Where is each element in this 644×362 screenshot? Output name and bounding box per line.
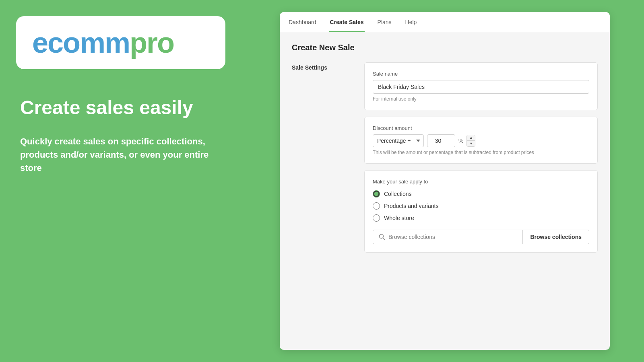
search-box (373, 230, 523, 244)
spinner-down-button[interactable]: ▼ (467, 141, 475, 146)
form-label-col: Sale Settings (292, 62, 356, 253)
browse-collections-button[interactable]: Browse collections (523, 230, 589, 244)
nav-bar: Dashboard Create Sales Plans Help (280, 12, 610, 33)
page-title: Create New Sale (292, 43, 598, 52)
right-panel: Dashboard Create Sales Plans Help Create… (246, 0, 644, 362)
app-window: Dashboard Create Sales Plans Help Create… (280, 12, 610, 350)
discount-row: Percentage ÷ Fixed Amount % ▲ ▼ (373, 134, 589, 147)
radio-option-products[interactable]: Products and variants (373, 202, 589, 210)
left-content: Create sales easily Quickly create sales… (0, 81, 246, 191)
radio-whole-store-label: Whole store (384, 215, 414, 221)
radio-option-whole-store[interactable]: Whole store (373, 214, 589, 222)
logo-card: ecommpro (16, 16, 225, 69)
main-content: Create New Sale Sale Settings Sale name … (280, 33, 610, 263)
discount-amount-input[interactable] (427, 134, 455, 147)
sale-name-hint: For internal use only (373, 96, 589, 102)
radio-whole-store[interactable] (373, 214, 380, 222)
radio-option-collections[interactable]: Collections (373, 190, 589, 197)
spinner: ▲ ▼ (466, 135, 475, 147)
radio-collections[interactable] (373, 190, 380, 197)
radio-collections-label: Collections (384, 191, 411, 197)
discount-label: Discount amount (373, 125, 589, 131)
section-label: Sale Settings (292, 64, 356, 71)
nav-item-help[interactable]: Help (405, 13, 418, 32)
logo: ecommpro (32, 27, 174, 59)
sale-name-label: Sale name (373, 71, 589, 77)
browse-search-input[interactable] (388, 234, 517, 240)
nav-item-create-sales[interactable]: Create Sales (329, 13, 365, 32)
search-icon (379, 234, 385, 240)
subtext: Quickly create sales on specific collect… (20, 135, 225, 175)
apply-to-label: Make your sale apply to (373, 179, 589, 185)
form-layout: Sale Settings Sale name For internal use… (292, 62, 598, 253)
browse-row: Browse collections (373, 230, 589, 244)
nav-item-plans[interactable]: Plans (377, 13, 392, 32)
nav-item-dashboard[interactable]: Dashboard (288, 13, 317, 32)
form-fields-col: Sale name For internal use only Discount… (364, 62, 598, 253)
radio-products-label: Products and variants (384, 203, 438, 209)
discount-card: Discount amount Percentage ÷ Fixed Amoun… (364, 117, 598, 164)
left-panel: ecommpro Create sales easily Quickly cre… (0, 0, 246, 362)
discount-hint: This will be the amount or percentage th… (373, 150, 589, 155)
discount-type-select[interactable]: Percentage ÷ Fixed Amount (373, 134, 424, 147)
percent-label: % (458, 138, 463, 144)
radio-products[interactable] (373, 202, 380, 210)
logo-pro: pro (130, 27, 174, 59)
logo-ecomm: ecomm (32, 27, 130, 59)
apply-to-card: Make your sale apply to Collections Prod… (364, 170, 598, 253)
sale-name-input[interactable] (373, 80, 589, 94)
svg-line-1 (383, 238, 385, 240)
headline: Create sales easily (20, 97, 225, 119)
sale-name-card: Sale name For internal use only (364, 62, 598, 110)
spinner-up-button[interactable]: ▲ (467, 135, 475, 141)
